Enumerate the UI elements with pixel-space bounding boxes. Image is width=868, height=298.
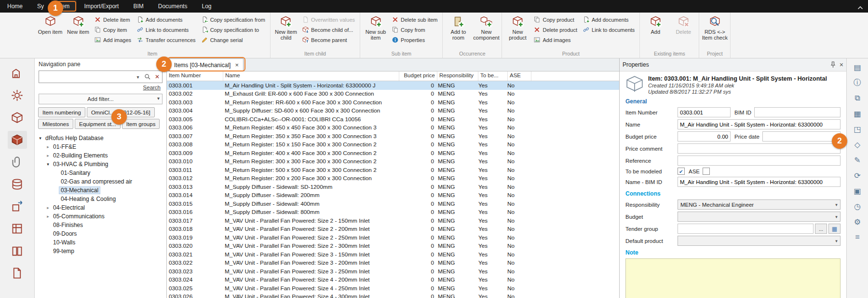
log-icon[interactable]: ◷ — [851, 200, 864, 212]
to-be-modeled-checkbox[interactable]: ✔ — [678, 168, 685, 175]
name-bim-id-input[interactable] — [678, 177, 841, 187]
menu-item-bim[interactable]: BIM — [126, 0, 150, 13]
responsibility-dropdown[interactable]: MENG - Mechanical Engineer ▾ — [678, 199, 841, 210]
item-number-input[interactable] — [678, 107, 731, 117]
column-header-budget-price[interactable]: Budget price — [399, 71, 437, 81]
items-icon[interactable] — [8, 131, 27, 149]
expanded-arrow-icon[interactable]: ▾ — [37, 136, 44, 141]
default-product-dropdown[interactable]: ▾ — [678, 236, 841, 246]
transfer-occurrences-button[interactable]: Transfer occurrences — [136, 35, 198, 45]
table-row[interactable]: 0303.015M_Supply Diffuser - Sidewall: 40… — [167, 199, 619, 208]
collapsed-arrow-icon[interactable]: ▸ — [44, 214, 52, 219]
rds-item-check-button[interactable]: RDS <-> Item check — [701, 14, 729, 41]
expanded-arrow-icon[interactable]: ▾ — [44, 162, 52, 167]
table-row[interactable]: 0303.012M_Return Register: 200 x 200 Fac… — [167, 174, 619, 183]
table-row[interactable]: 0303.014M_Supply Diffuser - Sidewall: 20… — [167, 191, 619, 200]
add-documents-button[interactable]: Add documents — [582, 14, 637, 25]
table-row[interactable]: 0303.007M_Return Register: 350 x 350 Fac… — [167, 132, 619, 141]
column-header-responsibility[interactable]: Responsibility — [437, 71, 478, 81]
menu-item-home[interactable]: Home — [0, 0, 30, 13]
change-serial-button[interactable]: Change serial — [200, 35, 268, 45]
tab-items-03-mechanical[interactable]: Items [03-Mechanical] × — [169, 58, 244, 71]
add-filter-dropdown[interactable]: Add filter... ▾ — [39, 94, 163, 104]
column-header-to-be[interactable]: To be... — [478, 71, 508, 81]
budget-dropdown[interactable]: ▾ — [678, 212, 841, 222]
filter-tab-item-groups[interactable]: Item groups — [122, 119, 160, 129]
column-header-ase[interactable]: ASE — [508, 71, 531, 81]
collapsed-arrow-icon[interactable]: ▸ — [44, 205, 52, 210]
table-row[interactable]: 0303.009M_Return Register: 400 x 400 Fac… — [167, 149, 619, 157]
table-row[interactable]: 0303.001M_Air Handling Unit - Split Syst… — [167, 81, 619, 90]
occurrences-icon[interactable]: ◳ — [851, 123, 864, 135]
ase-checkbox[interactable] — [703, 168, 710, 175]
delete-item-button[interactable]: Delete item — [93, 14, 134, 25]
tree-node-03-mechanical[interactable]: 03-Mechanical — [35, 186, 166, 195]
table-row[interactable]: 0303.004M_Supply Diffuser: SD-600 x 600 … — [167, 107, 619, 115]
search-icon[interactable] — [143, 71, 152, 83]
tree-node-03-hvac-plumbing[interactable]: ▾03-HVAC & Plumbing — [35, 160, 166, 169]
bim-id-input[interactable] — [754, 107, 841, 117]
documents-icon[interactable] — [8, 264, 27, 282]
datasheet-icon[interactable]: ▤ — [851, 61, 864, 73]
copy-from-button[interactable]: Copy from — [391, 25, 440, 35]
table-row[interactable]: 0303.010M_Return Register: 300 x 300 Fac… — [167, 157, 619, 166]
reports-icon[interactable] — [8, 220, 27, 238]
rooms-icon[interactable] — [8, 64, 27, 82]
table-row[interactable]: 0303.005COLIBRI-CCa+ALSc--OR-0001: COLIB… — [167, 115, 619, 124]
tree-node-05-communications[interactable]: ▸05-Communications — [35, 212, 166, 221]
become-child-of-button[interactable]: Become child of... — [301, 25, 357, 35]
delete-product-button[interactable]: Delete product — [532, 25, 580, 35]
note-textarea[interactable] — [625, 258, 841, 298]
collapsed-arrow-icon[interactable]: ▸ — [44, 144, 52, 149]
link-to-documents-button[interactable]: Link to documents — [136, 25, 198, 35]
new-sub-item-button[interactable]: New sub item — [362, 14, 390, 41]
column-header-item-number[interactable]: Item Number — [167, 71, 223, 81]
tender-group-browse-button[interactable]: ... — [815, 224, 827, 234]
budget-price-input[interactable] — [678, 131, 731, 142]
table-row[interactable]: 0303.019M_VAV Unit - Parallel Fan Powere… — [167, 233, 619, 242]
reference-input[interactable] — [678, 156, 841, 166]
add-images-button[interactable]: Add images — [93, 35, 134, 45]
tree-node-01-sanitary[interactable]: 01-Sanitary — [35, 169, 166, 177]
new-item-button[interactable]: New item — [64, 14, 92, 35]
tree-node-04-heating-cooling[interactable]: 04-Heating & Cooling — [35, 195, 166, 203]
table-row[interactable]: 0303.021M_VAV Unit - Parallel Fan Powere… — [167, 250, 619, 259]
history-icon[interactable]: ⟳ — [851, 170, 864, 181]
delete-sub-item-button[interactable]: Delete sub item — [391, 14, 440, 25]
table-row[interactable]: 0303.016M_Supply Diffuser - Sidewall: 80… — [167, 208, 619, 217]
ribbon-collapse-icon[interactable] — [857, 4, 863, 11]
pin-icon[interactable] — [830, 61, 836, 68]
images-icon[interactable]: ⧉ — [851, 92, 864, 104]
add-button[interactable]: Add — [641, 14, 669, 35]
functions-icon[interactable] — [8, 109, 27, 127]
filter-tab-milestones[interactable]: Milestones — [38, 119, 73, 129]
table-row[interactable]: 0303.003M_Return Register: RR-600 x 600 … — [167, 98, 619, 107]
systems-icon[interactable] — [8, 86, 27, 104]
copy-product-button[interactable]: Copy product — [532, 14, 580, 25]
new-component-button[interactable]: New component — [472, 14, 500, 41]
price-comment-input[interactable] — [678, 143, 841, 154]
price-date-input[interactable] — [762, 131, 841, 142]
classification-icon[interactable] — [8, 242, 27, 260]
clear-search-icon[interactable]: ✕ — [152, 71, 162, 83]
search-link[interactable]: Search — [35, 83, 166, 90]
settings-icon[interactable]: ⚙ — [851, 216, 864, 227]
table-row[interactable]: 0303.024M_VAV Unit - Parallel Fan Powere… — [167, 276, 619, 284]
table-row[interactable]: 0303.002M_Exhaust Grill: ER-600 x 600 Fa… — [167, 90, 619, 99]
tree-node-02-building-elements[interactable]: ▸02-Building Elements — [35, 151, 166, 160]
menu-item-import-export[interactable]: Import/Export — [77, 0, 126, 13]
list-icon[interactable]: ≡ — [851, 231, 864, 243]
tree-node-99-temp[interactable]: 99-temp — [35, 247, 166, 255]
tree-node-10-walls[interactable]: 10-Walls — [35, 238, 166, 247]
table-row[interactable]: 0303.011M_Return Register: 500 x 500 Fac… — [167, 166, 619, 174]
tree-node-04-electrical[interactable]: ▸04-Electrical — [35, 203, 166, 212]
table-row[interactable]: 0303.020M_VAV Unit - Parallel Fan Powere… — [167, 242, 619, 251]
add-documents-button[interactable]: Add documents — [136, 14, 198, 25]
collapsed-arrow-icon[interactable]: ▸ — [44, 153, 52, 158]
table-row[interactable]: 0303.025M_VAV Unit - Parallel Fan Powere… — [167, 284, 619, 293]
table-row[interactable]: 0303.022M_VAV Unit - Parallel Fan Powere… — [167, 259, 619, 268]
column-header-name[interactable]: Name — [223, 71, 399, 81]
info-icon[interactable]: ⓘ — [851, 77, 864, 88]
close-icon[interactable]: × — [840, 61, 843, 69]
filter-tab-item-numbering[interactable]: Item numbering — [38, 107, 85, 117]
